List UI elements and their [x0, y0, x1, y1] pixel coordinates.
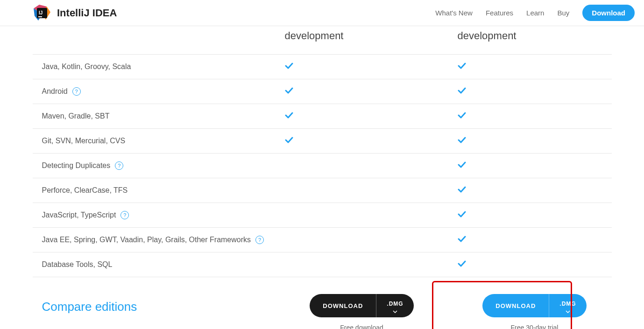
check-icon — [458, 260, 466, 267]
bottom-row: Compare editions DOWNLOAD .DMG Free down… — [33, 294, 612, 329]
community-cell — [276, 112, 448, 120]
feature-label-text: Java, Kotlin, Groovy, Scala — [42, 61, 131, 72]
ultimate-cell — [448, 260, 621, 269]
intellij-logo-icon: IJ — [33, 4, 51, 22]
check-icon — [458, 186, 466, 193]
feature-label-text: Perforce, ClearCase, TFS — [42, 185, 128, 196]
download-community-subtext: Free download — [340, 324, 383, 329]
check-icon — [285, 112, 293, 119]
download-community-button[interactable]: DOWNLOAD — [310, 294, 376, 317]
feature-table: Java, Kotlin, Groovy, ScalaAndroid?Maven… — [33, 51, 612, 277]
check-icon — [285, 137, 293, 143]
feature-row: JavaScript, TypeScript? — [33, 203, 612, 227]
check-icon — [458, 236, 466, 242]
nav-features[interactable]: Features — [486, 9, 513, 17]
feature-label-text: Database Tools, SQL — [42, 259, 113, 270]
svg-text:IJ: IJ — [39, 10, 42, 15]
feature-label-text: Java EE, Spring, GWT, Vaadin, Play, Grai… — [42, 234, 251, 245]
community-cell — [276, 63, 448, 71]
feature-label-text: Detecting Duplicates — [42, 160, 111, 171]
feature-label-text: Android — [42, 86, 68, 97]
feature-label-text: Git, SVN, Mercurial, CVS — [42, 135, 126, 147]
check-icon — [285, 87, 293, 94]
download-ultimate-pill: DOWNLOAD .DMG — [482, 294, 586, 317]
feature-row: Perforce, ClearCase, TFS — [33, 178, 612, 203]
help-icon[interactable]: ? — [72, 87, 81, 96]
feature-label: Maven, Gradle, SBT — [33, 111, 276, 122]
column-headers: development development — [33, 26, 612, 51]
feature-row: Maven, Gradle, SBT — [33, 104, 612, 128]
check-icon — [458, 161, 466, 168]
column-header-community: development — [276, 30, 448, 42]
download-community-ext-label: .DMG — [387, 301, 403, 307]
download-ultimate-ext-label: .DMG — [559, 301, 576, 307]
check-icon — [458, 137, 466, 143]
check-icon — [458, 63, 466, 69]
nav-whats-new[interactable]: What's New — [435, 9, 473, 17]
feature-label-text: JavaScript, TypeScript — [42, 210, 116, 221]
chevron-down-icon — [393, 308, 397, 311]
compare-editions-link[interactable]: Compare editions — [33, 294, 276, 314]
top-nav: IJ IntelliJ IDEA What's New Features Lea… — [0, 0, 644, 26]
help-icon[interactable]: ? — [115, 161, 123, 170]
ultimate-cell — [448, 87, 621, 96]
feature-label: Perforce, ClearCase, TFS — [33, 185, 276, 196]
download-community-ext-dropdown[interactable]: .DMG — [376, 294, 413, 317]
check-icon — [458, 87, 466, 94]
feature-row: Java, Kotlin, Groovy, Scala — [33, 54, 612, 79]
nav-right: What's New Features Learn Buy Download — [435, 5, 635, 21]
help-icon[interactable]: ? — [120, 211, 129, 219]
check-icon — [285, 63, 293, 69]
ultimate-cell — [448, 236, 621, 244]
help-icon[interactable]: ? — [255, 236, 264, 244]
ultimate-cell — [448, 63, 621, 71]
svg-rect-5 — [38, 16, 42, 17]
column-header-ultimate: development — [448, 30, 621, 42]
ultimate-cell — [448, 161, 621, 170]
nav-learn[interactable]: Learn — [526, 9, 544, 17]
feature-label: JavaScript, TypeScript? — [33, 210, 276, 221]
feature-row: Database Tools, SQL — [33, 252, 612, 277]
feature-label: Git, SVN, Mercurial, CVS — [33, 135, 276, 147]
nav-buy[interactable]: Buy — [557, 9, 569, 17]
feature-label-text: Maven, Gradle, SBT — [42, 111, 110, 122]
community-cell — [276, 87, 448, 96]
feature-label: Java, Kotlin, Groovy, Scala — [33, 61, 276, 72]
feature-row: Detecting Duplicates? — [33, 153, 612, 178]
ultimate-cell — [448, 112, 621, 120]
ultimate-cell — [448, 137, 621, 145]
download-community-pill: DOWNLOAD .DMG — [310, 294, 413, 317]
check-icon — [458, 112, 466, 119]
brand-title: IntelliJ IDEA — [57, 7, 117, 19]
chevron-down-icon — [566, 308, 570, 311]
feature-label: Detecting Duplicates? — [33, 160, 276, 171]
ultimate-cell — [448, 211, 621, 219]
download-community-col: DOWNLOAD .DMG Free download — [276, 294, 448, 329]
check-icon — [458, 211, 466, 217]
feature-row: Git, SVN, Mercurial, CVS — [33, 128, 612, 153]
ultimate-cell — [448, 186, 621, 195]
download-ultimate-col: DOWNLOAD .DMG Free 30-day trial — [448, 294, 621, 329]
feature-label: Java EE, Spring, GWT, Vaadin, Play, Grai… — [33, 234, 276, 245]
download-ultimate-subtext: Free 30-day trial — [511, 324, 559, 329]
feature-row: Android? — [33, 79, 612, 104]
main-container: development development Java, Kotlin, Gr… — [33, 26, 612, 329]
download-ultimate-ext-dropdown[interactable]: .DMG — [549, 294, 586, 317]
feature-row: Java EE, Spring, GWT, Vaadin, Play, Grai… — [33, 227, 612, 252]
download-ultimate-button[interactable]: DOWNLOAD — [482, 294, 549, 317]
nav-download-button[interactable]: Download — [582, 5, 635, 21]
brand[interactable]: IJ IntelliJ IDEA — [33, 4, 117, 22]
community-cell — [276, 137, 448, 145]
feature-label: Android? — [33, 86, 276, 97]
feature-label: Database Tools, SQL — [33, 259, 276, 270]
